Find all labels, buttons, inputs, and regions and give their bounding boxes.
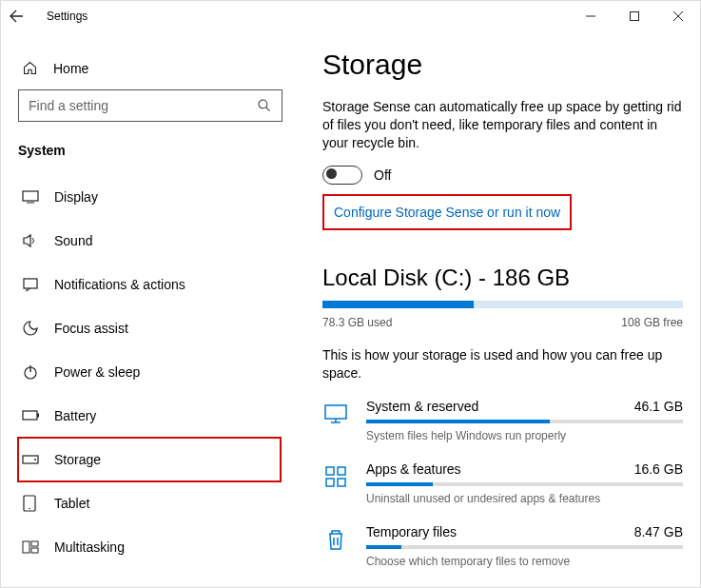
svg-rect-9 bbox=[23, 411, 37, 420]
usage-description: This is how your storage is used and how… bbox=[322, 346, 683, 382]
svg-rect-15 bbox=[23, 541, 29, 553]
category-name: Apps & features bbox=[366, 461, 461, 477]
section-heading: System bbox=[18, 143, 294, 158]
close-button[interactable] bbox=[656, 1, 700, 31]
sidebar-item-label: Focus assist bbox=[54, 321, 128, 336]
sidebar-item-label: Multitasking bbox=[54, 539, 125, 555]
svg-rect-16 bbox=[31, 541, 38, 546]
svg-rect-4 bbox=[23, 191, 38, 201]
used-label: 78.3 GB used bbox=[322, 316, 392, 329]
sidebar-item-notifications[interactable]: Notifications & actions bbox=[18, 263, 281, 306]
sound-icon bbox=[22, 233, 39, 248]
svg-rect-10 bbox=[37, 414, 39, 418]
sidebar-item-focus[interactable]: Focus assist bbox=[18, 306, 281, 350]
svg-rect-18 bbox=[325, 405, 346, 419]
sidebar-item-label: Battery bbox=[54, 408, 96, 423]
highlight-box: Configure Storage Sense or run it now bbox=[322, 194, 572, 230]
search-placeholder: Find a setting bbox=[29, 98, 108, 113]
disk-title: Local Disk (C:) - 186 GB bbox=[322, 265, 683, 291]
svg-rect-6 bbox=[24, 279, 37, 288]
toggle-state-label: Off bbox=[374, 167, 391, 183]
home-link[interactable]: Home bbox=[22, 60, 294, 76]
search-input[interactable]: Find a setting bbox=[18, 89, 282, 122]
free-label: 108 GB free bbox=[621, 316, 683, 329]
sidebar: Home Find a setting System Display Sound… bbox=[1, 31, 294, 588]
svg-point-12 bbox=[34, 459, 36, 461]
storage-sense-description: Storage Sense can automatically free up … bbox=[322, 98, 683, 152]
notifications-icon bbox=[22, 277, 39, 292]
sidebar-item-label: Tablet bbox=[54, 496, 89, 511]
category-name: Temporary files bbox=[366, 524, 457, 539]
svg-line-3 bbox=[266, 108, 270, 111]
svg-point-2 bbox=[259, 100, 267, 108]
system-icon bbox=[322, 401, 349, 427]
svg-rect-22 bbox=[338, 467, 345, 475]
disk-usage-bar bbox=[322, 301, 683, 308]
content-pane: Storage Storage Sense can automatically … bbox=[294, 31, 700, 588]
multitasking-icon bbox=[22, 540, 39, 554]
focus-icon bbox=[22, 320, 39, 337]
sidebar-item-label: Display bbox=[54, 189, 98, 205]
apps-icon bbox=[322, 463, 349, 490]
titlebar: Settings bbox=[1, 1, 700, 31]
category-size: 46.1 GB bbox=[634, 399, 683, 414]
svg-point-14 bbox=[29, 508, 30, 510]
configure-storage-sense-link[interactable]: Configure Storage Sense or run it now bbox=[334, 205, 560, 220]
page-title: Storage bbox=[322, 49, 683, 81]
sidebar-item-storage[interactable]: Storage bbox=[18, 438, 281, 481]
category-name: System & reserved bbox=[366, 399, 478, 414]
sidebar-item-label: Sound bbox=[54, 233, 92, 248]
category-size: 8.47 GB bbox=[634, 524, 683, 539]
storage-icon bbox=[22, 455, 39, 464]
window-title: Settings bbox=[47, 10, 88, 23]
search-icon bbox=[257, 98, 272, 113]
sidebar-item-label: Notifications & actions bbox=[54, 277, 185, 292]
category-sub: Choose which temporary files to remove bbox=[366, 555, 683, 568]
sidebar-item-display[interactable]: Display bbox=[18, 175, 281, 219]
category-bar bbox=[366, 420, 683, 423]
display-icon bbox=[22, 190, 39, 204]
category-sub: System files help Windows run properly bbox=[366, 429, 683, 442]
disk-usage-fill bbox=[322, 301, 474, 308]
power-icon bbox=[22, 363, 39, 381]
category-temporary-files[interactable]: Temporary files 8.47 GB Choose which tem… bbox=[322, 524, 683, 568]
svg-rect-1 bbox=[631, 12, 639, 21]
svg-rect-24 bbox=[338, 479, 345, 486]
trash-icon bbox=[322, 526, 349, 553]
category-bar bbox=[366, 545, 683, 549]
svg-rect-23 bbox=[326, 479, 334, 486]
category-bar bbox=[366, 482, 683, 486]
sidebar-item-label: Power & sleep bbox=[54, 364, 140, 380]
tablet-icon bbox=[22, 495, 39, 512]
category-size: 16.6 GB bbox=[634, 461, 683, 477]
battery-icon bbox=[22, 410, 39, 421]
svg-rect-17 bbox=[31, 548, 38, 553]
sidebar-item-battery[interactable]: Battery bbox=[18, 394, 281, 438]
minimize-button[interactable] bbox=[569, 1, 613, 31]
maximize-button[interactable] bbox=[613, 1, 656, 31]
svg-rect-21 bbox=[326, 467, 334, 475]
back-button[interactable] bbox=[9, 9, 39, 24]
home-icon bbox=[22, 60, 38, 76]
category-system-reserved[interactable]: System & reserved 46.1 GB System files h… bbox=[322, 399, 683, 442]
sidebar-item-multitasking[interactable]: Multitasking bbox=[18, 525, 281, 569]
category-apps-features[interactable]: Apps & features 16.6 GB Uninstall unused… bbox=[322, 461, 683, 505]
sidebar-item-sound[interactable]: Sound bbox=[18, 219, 281, 263]
sidebar-item-power[interactable]: Power & sleep bbox=[18, 350, 281, 394]
home-label: Home bbox=[53, 61, 88, 76]
sidebar-item-tablet[interactable]: Tablet bbox=[18, 481, 281, 525]
storage-sense-toggle[interactable] bbox=[322, 166, 362, 185]
sidebar-item-label: Storage bbox=[54, 452, 101, 467]
category-sub: Uninstall unused or undesired apps & fea… bbox=[366, 492, 683, 505]
